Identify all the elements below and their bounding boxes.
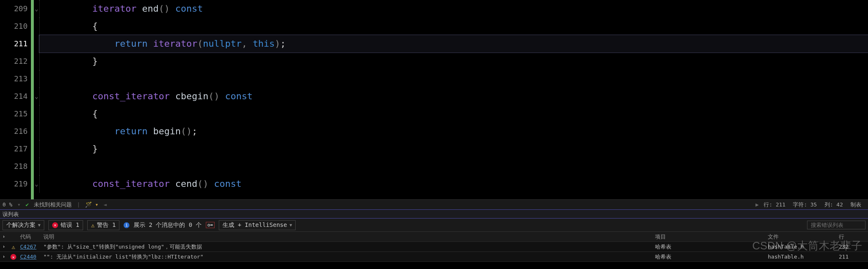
error-row[interactable]: ⏵✕C2440"": 无法从"initializer list"转换为"lbz:… (0, 252, 868, 262)
build-source-dropdown[interactable]: 生成 + IntelliSense▼ (219, 220, 296, 230)
col-indicator[interactable]: 列: 42 (825, 201, 843, 209)
fold-toggle[interactable] (34, 53, 39, 70)
fold-toggle[interactable] (34, 140, 39, 158)
line-number[interactable]: 216 (0, 123, 28, 140)
fold-toggle[interactable] (34, 18, 39, 35)
code-line[interactable]: const_iterator cbegin() const (39, 88, 868, 105)
code-line[interactable]: const_iterator cend() const (39, 175, 868, 193)
error-list-header[interactable]: ⏵ 代码 说明 项目 文件 行 (0, 232, 868, 242)
code-line[interactable]: { (39, 105, 868, 123)
zoom-level[interactable]: 0 % (3, 201, 12, 208)
warnings-button[interactable]: ⚠ 警告 1 (87, 220, 119, 230)
indent-mode[interactable]: 制表 (850, 201, 861, 209)
line-number[interactable]: 212 (0, 53, 28, 70)
error-file[interactable]: hashTable.h (768, 244, 839, 250)
line-number[interactable]: 209 (0, 0, 28, 18)
code-line[interactable]: { (39, 18, 868, 35)
char-indicator[interactable]: 字符: 35 (793, 201, 817, 209)
errors-button[interactable]: ✕ 错误 1 (48, 220, 83, 230)
fold-toggle[interactable] (34, 35, 39, 53)
line-number-gutter[interactable]: 209210211212213214215216217218219 (0, 0, 31, 199)
expand-column[interactable]: ⏵ (0, 235, 8, 239)
error-list-title: 误列表 (0, 209, 868, 219)
line-number[interactable]: 218 (0, 158, 28, 175)
code-line[interactable]: } (39, 53, 868, 70)
messages-button[interactable]: 展示 2 个消息中的 0 个 (134, 221, 202, 229)
fold-toggle[interactable] (34, 70, 39, 88)
fold-toggle[interactable]: ⌄ (34, 175, 39, 193)
line-number[interactable]: 213 (0, 70, 28, 88)
line-number[interactable]: 215 (0, 105, 28, 123)
fold-column[interactable]: ⌄⌄⌄ (31, 0, 39, 199)
fold-toggle[interactable]: ⌄ (34, 0, 39, 18)
line-number[interactable]: 219 (0, 175, 28, 193)
line-number[interactable]: 217 (0, 140, 28, 158)
code-line[interactable]: return iterator(nullptr, this); (39, 35, 868, 53)
err-icon: ✕ (8, 254, 18, 260)
code-line[interactable]: } (39, 140, 868, 158)
warning-icon: ⚠ (91, 222, 94, 229)
code-content[interactable]: iterator end() const { return iterator(n… (39, 0, 868, 199)
line-number[interactable]: 210 (0, 18, 28, 35)
line-indicator[interactable]: 行: 211 (764, 201, 785, 209)
error-icon: ✕ (52, 222, 58, 228)
solution-dropdown[interactable]: 个解决方案▼ (3, 220, 44, 230)
error-row[interactable]: ⏵⚠C4267"参数": 从"size_t"转换到"unsigned long"… (0, 242, 868, 252)
fold-toggle[interactable] (34, 105, 39, 123)
error-line[interactable]: 211 (839, 254, 868, 260)
check-icon: ✔ (25, 201, 29, 208)
fold-toggle[interactable] (34, 158, 39, 175)
search-input[interactable] (807, 221, 865, 229)
build-icon: o= (206, 222, 215, 228)
error-toolbar: 个解决方案▼ ✕ 错误 1 ⚠ 警告 1 i 展示 2 个消息中的 0 个 o=… (0, 219, 868, 232)
error-code-link[interactable]: C4267 (20, 244, 36, 250)
error-description: "": 无法从"initializer list"转换为"lbz::HTIter… (42, 253, 655, 261)
editor-area[interactable]: 209210211212213214215216217218219 ⌄⌄⌄ it… (0, 0, 868, 199)
fold-toggle[interactable] (34, 123, 39, 140)
code-line[interactable] (39, 158, 868, 175)
error-project: 哈希表 (655, 243, 768, 251)
issues-status: 未找到相关问题 (34, 201, 72, 209)
code-line[interactable]: iterator end() const (39, 0, 868, 18)
info-icon: i (124, 222, 129, 228)
line-number[interactable]: 211 (0, 35, 28, 53)
error-description: "参数": 从"size_t"转换到"unsigned long"，可能丢失数据 (42, 243, 655, 251)
fold-toggle[interactable]: ⌄ (34, 88, 39, 105)
warn-icon: ⚠ (8, 244, 18, 250)
nav-right-icon[interactable]: ▶ (755, 201, 759, 208)
status-bar: 0 % ▾ ✔ 未找到相关问题 | 🪄 ▾ ◄ ▶ 行: 211 字符: 35 … (0, 199, 868, 209)
code-line[interactable] (39, 70, 868, 88)
line-number[interactable]: 214 (0, 88, 28, 105)
separator: ▾ (17, 201, 20, 208)
error-code-link[interactable]: C2440 (20, 254, 36, 260)
error-line[interactable]: 232 (839, 244, 868, 250)
code-line[interactable]: return begin(); (39, 123, 868, 140)
error-project: 哈希表 (655, 253, 768, 261)
wand-icon[interactable]: 🪄 ▾ (85, 201, 99, 208)
error-file[interactable]: hashTable.h (768, 254, 839, 260)
